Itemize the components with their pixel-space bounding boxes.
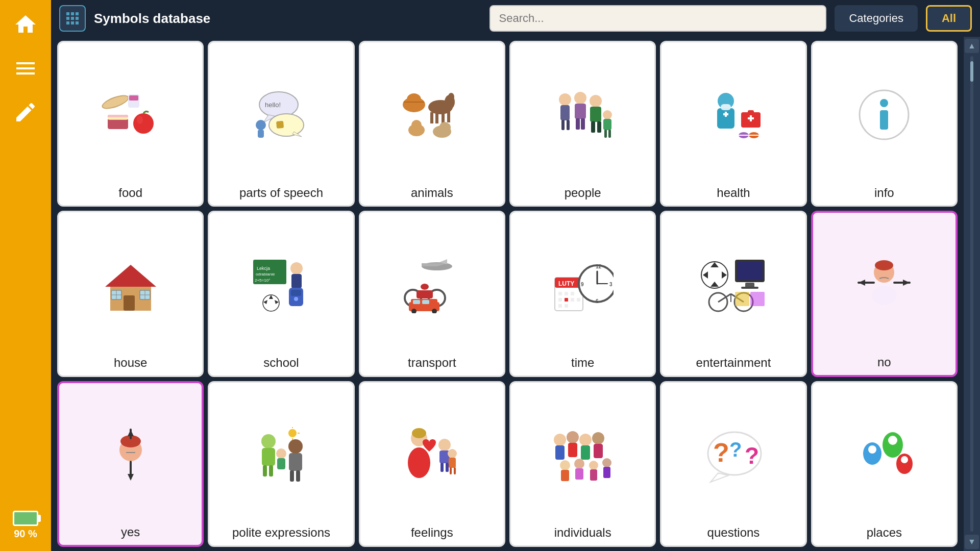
card-label-transport: transport (408, 354, 456, 371)
card-image-info (817, 46, 952, 184)
svg-rect-111 (565, 304, 568, 308)
app-title: Symbols database (94, 11, 210, 27)
svg-point-7 (133, 113, 154, 134)
card-image-yes (63, 387, 198, 523)
card-no[interactable]: no (811, 211, 958, 377)
card-polite-expressions[interactable]: polite expressions (208, 381, 354, 547)
sidebar: 90 % (0, 0, 51, 551)
svg-rect-179 (581, 445, 590, 460)
scroll-up-button[interactable]: ▲ (965, 39, 979, 53)
card-food[interactable]: food (57, 41, 204, 207)
svg-point-44 (590, 95, 602, 107)
svg-marker-139 (859, 280, 865, 286)
card-time[interactable]: LUTY 12 3 6 9 time (509, 211, 656, 377)
card-feelings[interactable]: feelings (359, 381, 505, 547)
search-box (489, 5, 826, 32)
menu-button[interactable] (6, 49, 45, 88)
svg-point-164 (408, 447, 430, 478)
svg-text:hello!: hello! (265, 101, 281, 109)
card-label-yes: yes (121, 523, 140, 541)
svg-rect-37 (560, 105, 570, 120)
svg-text:?: ? (729, 438, 742, 461)
card-image-house (63, 216, 198, 354)
svg-point-35 (446, 123, 451, 132)
svg-rect-152 (269, 465, 273, 477)
card-transport[interactable]: transport (359, 211, 505, 377)
battery-icon (13, 511, 38, 526)
svg-point-136 (875, 260, 893, 270)
scrollbar: ▲ ▼ (964, 37, 980, 551)
card-people[interactable]: people (509, 41, 656, 207)
card-parts-of-speech[interactable]: hello! parts of speech (208, 41, 354, 207)
card-image-transport (364, 216, 500, 354)
svg-rect-53 (717, 108, 734, 129)
scroll-down-button[interactable]: ▼ (965, 535, 979, 549)
svg-rect-125 (737, 262, 763, 280)
card-info[interactable]: info (811, 41, 958, 207)
svg-rect-187 (590, 469, 597, 481)
categories-button[interactable]: Categories (835, 5, 917, 32)
card-label-health: health (717, 184, 750, 202)
svg-rect-150 (262, 448, 275, 466)
card-image-entertainment (666, 216, 801, 354)
card-questions[interactable]: ? ? ? questions (660, 381, 806, 547)
card-health[interactable]: health (660, 41, 806, 207)
svg-point-20 (414, 96, 420, 101)
card-yes[interactable]: yes (57, 381, 204, 547)
svg-rect-60 (750, 115, 752, 121)
card-image-parts-of-speech: hello! (213, 46, 349, 184)
svg-rect-97 (422, 300, 429, 304)
card-image-time: LUTY 12 3 6 9 (515, 216, 650, 354)
edit-button[interactable] (6, 93, 45, 132)
svg-point-186 (589, 461, 598, 470)
svg-rect-151 (263, 465, 267, 477)
svg-rect-181 (594, 444, 603, 458)
svg-text:?: ? (713, 438, 729, 467)
card-label-time: time (571, 354, 594, 371)
card-entertainment[interactable]: entertainment (660, 211, 806, 377)
app-icon (59, 5, 86, 32)
svg-text:12: 12 (596, 264, 602, 269)
svg-point-202 (901, 456, 908, 463)
card-label-entertainment: entertainment (696, 354, 771, 371)
svg-point-182 (560, 460, 570, 470)
svg-point-48 (603, 110, 612, 119)
svg-marker-145 (128, 430, 134, 436)
card-individuals[interactable]: individuals (509, 381, 656, 547)
svg-rect-177 (568, 443, 577, 457)
card-image-food (63, 46, 198, 184)
svg-rect-134 (750, 292, 765, 306)
svg-rect-54 (721, 104, 731, 110)
svg-rect-26 (430, 112, 433, 123)
card-label-polite-expressions: polite expressions (232, 523, 330, 541)
all-button[interactable]: All (926, 5, 972, 32)
svg-rect-173 (454, 467, 456, 474)
svg-rect-3 (129, 95, 138, 101)
home-button[interactable] (6, 5, 45, 44)
search-input[interactable] (489, 5, 826, 32)
battery-percent: 90 % (14, 528, 37, 540)
svg-text:6: 6 (596, 298, 599, 304)
card-places[interactable]: places (811, 381, 958, 547)
home-icon (13, 12, 38, 37)
svg-rect-16 (258, 130, 264, 138)
svg-rect-47 (597, 121, 601, 133)
svg-rect-105 (571, 292, 574, 295)
scroll-track (970, 56, 973, 532)
svg-rect-51 (608, 130, 611, 138)
svg-point-19 (408, 96, 413, 101)
card-animals[interactable]: animals (359, 41, 505, 207)
menu-icon (13, 56, 38, 81)
svg-rect-13 (276, 121, 284, 129)
svg-rect-107 (565, 298, 568, 302)
card-image-no (817, 217, 951, 353)
symbol-grid: food hello! parts of speech (51, 37, 964, 551)
svg-point-174 (554, 434, 566, 446)
svg-marker-141 (903, 280, 910, 286)
svg-rect-23 (435, 112, 438, 123)
card-school[interactable]: Lekcja odrabianie 2+5=10° school (208, 211, 354, 377)
svg-text:Lekcja: Lekcja (257, 266, 270, 271)
card-house[interactable]: house (57, 211, 204, 377)
svg-rect-6 (108, 117, 128, 119)
svg-rect-127 (741, 287, 758, 289)
